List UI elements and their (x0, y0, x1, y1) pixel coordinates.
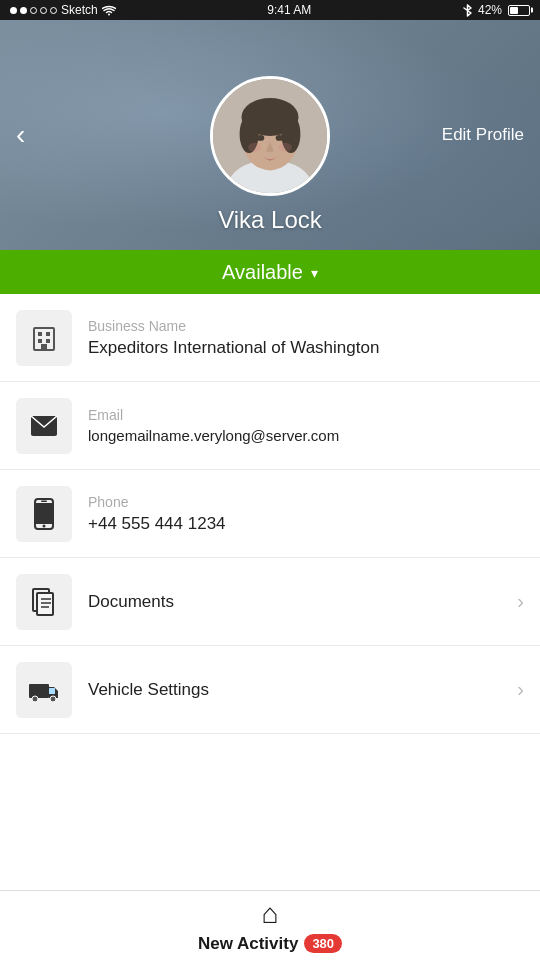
phone-icon-box (16, 486, 72, 542)
profile-header: ‹ Edit Profile (0, 20, 540, 250)
truck-icon (28, 678, 60, 702)
business-content: Business Name Expeditors International o… (88, 318, 524, 358)
documents-icon (31, 587, 57, 617)
business-value: Expeditors International of Washington (88, 338, 524, 358)
business-info-item: Business Name Expeditors International o… (0, 294, 540, 382)
time-display: 9:41 AM (267, 3, 311, 17)
bluetooth-icon (463, 4, 472, 17)
activity-badge: 380 (304, 934, 342, 953)
documents-content: Documents (88, 592, 509, 612)
building-icon (30, 324, 58, 352)
business-icon-box (16, 310, 72, 366)
battery-icon (508, 5, 530, 16)
email-value: longemailname.verylong@server.com (88, 427, 524, 444)
phone-icon (33, 498, 55, 530)
svg-rect-17 (41, 344, 47, 350)
battery-fill (510, 7, 518, 14)
documents-nav-item[interactable]: Documents › (0, 558, 540, 646)
tab-activity-label: New Activity (198, 934, 298, 954)
wifi-icon (102, 5, 116, 16)
vehicle-arrow-icon: › (517, 678, 524, 701)
vehicle-content: Vehicle Settings (88, 680, 509, 700)
phone-value: +44 555 444 1234 (88, 514, 524, 534)
svg-rect-25 (37, 593, 53, 615)
tab-activity-wrap: New Activity 380 (198, 934, 342, 954)
dot4 (40, 7, 47, 14)
svg-rect-15 (38, 339, 42, 343)
status-right: 42% (463, 3, 530, 17)
documents-icon-box (16, 574, 72, 630)
home-icon: ⌂ (262, 898, 279, 930)
vehicle-value: Vehicle Settings (88, 680, 509, 700)
available-label: Available (222, 261, 303, 284)
available-bar[interactable]: Available ▾ (0, 250, 540, 294)
edit-profile-button[interactable]: Edit Profile (442, 125, 524, 145)
email-label: Email (88, 407, 524, 423)
svg-rect-14 (46, 332, 50, 336)
svg-rect-21 (35, 503, 53, 524)
vehicle-nav-item[interactable]: Vehicle Settings › (0, 646, 540, 734)
phone-content: Phone +44 555 444 1234 (88, 494, 524, 534)
dot1 (10, 7, 17, 14)
status-left: Sketch (10, 3, 116, 17)
battery-percent: 42% (478, 3, 502, 17)
svg-rect-32 (49, 688, 55, 694)
back-button[interactable]: ‹ (16, 121, 25, 149)
carrier-label: Sketch (61, 3, 98, 17)
business-label: Business Name (88, 318, 524, 334)
svg-point-30 (32, 696, 38, 702)
email-content: Email longemailname.verylong@server.com (88, 407, 524, 444)
svg-point-31 (50, 696, 56, 702)
email-icon (30, 415, 58, 437)
phone-info-item: Phone +44 555 444 1234 (0, 470, 540, 558)
documents-arrow-icon: › (517, 590, 524, 613)
tab-bar: ⌂ New Activity 380 (0, 890, 540, 960)
svg-rect-13 (38, 332, 42, 336)
vehicle-icon-box (16, 662, 72, 718)
email-info-item: Email longemailname.verylong@server.com (0, 382, 540, 470)
signal-dots (10, 7, 57, 14)
info-list: Business Name Expeditors International o… (0, 294, 540, 734)
documents-value: Documents (88, 592, 509, 612)
email-icon-box (16, 398, 72, 454)
dot3 (30, 7, 37, 14)
svg-rect-29 (29, 684, 49, 698)
header-actions: ‹ Edit Profile (0, 20, 540, 250)
dot5 (50, 7, 57, 14)
svg-rect-23 (41, 500, 47, 502)
svg-rect-16 (46, 339, 50, 343)
svg-point-22 (43, 524, 46, 527)
phone-label: Phone (88, 494, 524, 510)
dot2 (20, 7, 27, 14)
tab-home[interactable]: ⌂ New Activity 380 (0, 898, 540, 954)
chevron-down-icon: ▾ (311, 265, 318, 281)
status-bar: Sketch 9:41 AM 42% (0, 0, 540, 20)
